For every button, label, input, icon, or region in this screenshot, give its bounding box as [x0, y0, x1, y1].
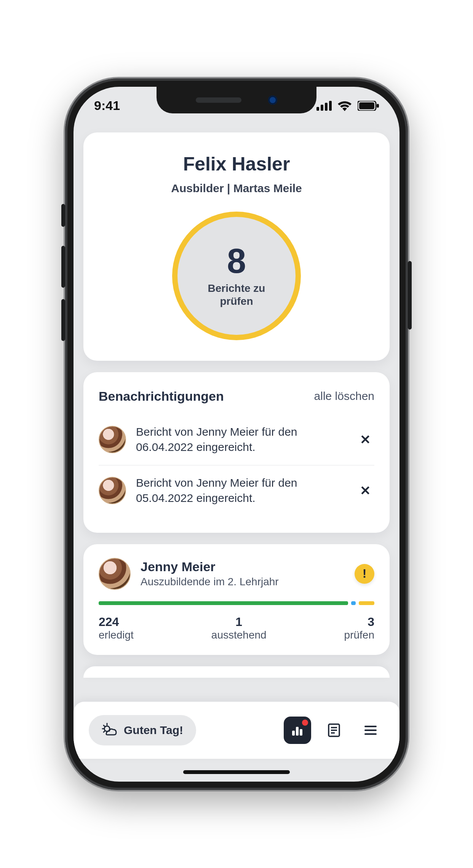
weather-icon	[102, 723, 117, 738]
wifi-icon	[337, 100, 352, 111]
stat-pending: 1 ausstehend	[211, 615, 267, 641]
svg-rect-6	[377, 104, 379, 108]
phone-speaker	[196, 97, 241, 103]
notification-item[interactable]: Bericht von Jenny Meier für den 05.04.20…	[99, 465, 374, 516]
trainee-name: Jenny Meier	[141, 559, 279, 574]
trainee-subtitle: Auszubildende im 2. Lehrjahr	[141, 576, 279, 588]
reports-label: Berichte zu prüfen	[198, 282, 275, 307]
notification-text: Bericht von Jenny Meier für den 05.04.20…	[136, 475, 346, 506]
cellular-icon	[316, 101, 332, 111]
dismiss-notification-button[interactable]: ✕	[356, 481, 374, 500]
svg-rect-12	[292, 731, 295, 736]
dismiss-notification-button[interactable]: ✕	[356, 430, 374, 449]
avatar	[99, 477, 126, 504]
user-role: Ausbilder | Martas Meile	[99, 182, 374, 195]
stat-done: 224 erledigt	[99, 615, 134, 641]
stat-label: erledigt	[99, 629, 134, 641]
reports-to-review-ring[interactable]: 8 Berichte zu prüfen	[177, 217, 296, 335]
status-time: 9:41	[94, 98, 120, 113]
clear-all-button[interactable]: alle löschen	[314, 390, 374, 403]
notification-dot-icon	[302, 720, 308, 726]
stat-value: 224	[99, 615, 134, 629]
app-content: Felix Hasler Ausbilder | Martas Meile 8 …	[74, 121, 399, 702]
svg-line-10	[104, 725, 105, 726]
stat-review: 3 prüfen	[344, 615, 374, 641]
notification-item[interactable]: Bericht von Jenny Meier für den 06.04.20…	[99, 414, 374, 465]
nav-reports-button[interactable]	[320, 717, 348, 744]
phone-mute-switch	[61, 204, 65, 227]
avatar	[99, 426, 126, 453]
svg-rect-14	[300, 729, 302, 736]
svg-rect-13	[296, 727, 299, 736]
phone-notch	[157, 87, 316, 113]
menu-icon	[363, 723, 378, 738]
home-indicator	[183, 770, 290, 774]
phone-volume-down	[61, 299, 65, 341]
nav-dashboard-button[interactable]	[284, 717, 311, 744]
user-name: Felix Hasler	[99, 153, 374, 175]
phone-power-button	[408, 261, 412, 330]
svg-rect-0	[316, 107, 319, 111]
phone-frame: 9:41	[65, 78, 408, 790]
attention-badge[interactable]: !	[355, 564, 374, 584]
stat-label: prüfen	[344, 629, 374, 641]
next-card-peek	[83, 666, 390, 678]
stat-label: ausstehend	[211, 629, 267, 641]
exclamation-icon: !	[363, 567, 367, 581]
phone-volume-up	[61, 246, 65, 288]
user-first-name: Felix	[183, 153, 227, 175]
stat-value: 1	[211, 615, 267, 629]
stat-value: 3	[344, 615, 374, 629]
svg-rect-3	[329, 101, 332, 111]
phone-camera	[268, 96, 277, 105]
reports-count: 8	[227, 244, 246, 278]
trainee-stats: 224 erledigt 1 ausstehend 3 prüfen	[99, 615, 374, 641]
svg-rect-1	[321, 105, 323, 111]
close-icon: ✕	[360, 483, 371, 498]
trainee-card[interactable]: Jenny Meier Auszubildende im 2. Lehrjahr…	[83, 544, 390, 655]
svg-rect-5	[359, 102, 374, 109]
avatar	[99, 558, 131, 590]
nav-menu-button[interactable]	[357, 717, 384, 744]
close-icon: ✕	[360, 432, 371, 447]
user-last-name: Hasler	[232, 153, 290, 175]
battery-icon	[358, 101, 379, 111]
document-icon	[326, 723, 342, 738]
progress-segment-review	[359, 601, 374, 605]
svg-rect-2	[325, 103, 328, 111]
greeting-chip[interactable]: Guten Tag!	[89, 715, 196, 745]
trainee-progress-bar	[99, 601, 374, 605]
progress-segment-done	[99, 601, 348, 605]
user-summary-card: Felix Hasler Ausbilder | Martas Meile 8 …	[83, 132, 390, 361]
bar-chart-icon	[290, 723, 305, 737]
notifications-title: Benachrichtigungen	[99, 389, 224, 404]
svg-line-11	[104, 731, 105, 732]
progress-segment-pending	[351, 601, 356, 605]
notifications-card: Benachrichtigungen alle löschen Bericht …	[83, 372, 390, 533]
greeting-text: Guten Tag!	[124, 724, 183, 737]
bottom-nav: Guten Tag!	[74, 702, 399, 759]
notification-text: Bericht von Jenny Meier für den 06.04.20…	[136, 424, 346, 455]
